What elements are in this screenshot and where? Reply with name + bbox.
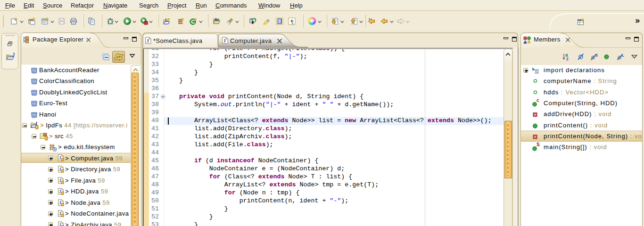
svg-text:J: J <box>59 167 61 172</box>
svg-text:J: J <box>59 178 61 183</box>
svg-text:J: J <box>59 201 61 205</box>
svg-text:S: S <box>595 53 598 58</box>
svg-text:J: J <box>59 223 61 226</box>
svg-text:J: J <box>59 211 61 216</box>
svg-text:J: J <box>35 121 38 126</box>
svg-text:J: J <box>12 52 15 58</box>
svg-text:J: J <box>147 38 149 43</box>
svg-text:¶: ¶ <box>290 18 293 25</box>
svg-text:J: J <box>165 18 167 22</box>
svg-text:J: J <box>223 38 226 43</box>
svg-text:J: J <box>59 156 61 160</box>
svg-text:J: J <box>59 189 61 194</box>
svg-text:L: L <box>622 53 625 58</box>
svg-text:z: z <box>566 56 569 61</box>
